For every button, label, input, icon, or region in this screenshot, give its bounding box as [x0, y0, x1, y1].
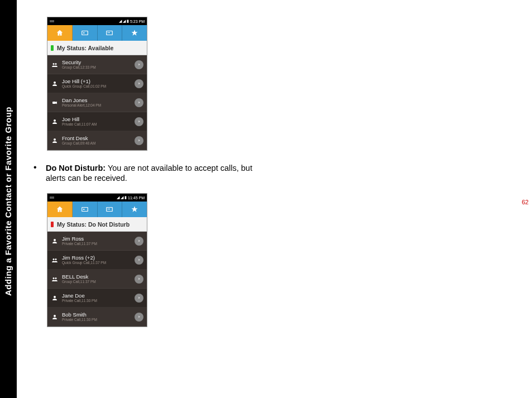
chevron-right-icon[interactable]: [135, 136, 143, 145]
row-text: SecurityGroup Call,12:33 PM: [62, 60, 135, 70]
contact-card-icon: [81, 205, 89, 213]
row-name: Jane Doe: [62, 293, 135, 299]
row-name: Joe Hill (+1): [62, 79, 135, 84]
home-icon: [56, 29, 64, 37]
row-subtitle: Private Call,11:37 PM: [62, 242, 135, 246]
tab-favorites[interactable]: [122, 25, 147, 41]
status-dot-dnd: [51, 222, 54, 227]
row-subtitle: Quick Group Call,01:02 PM: [62, 84, 135, 88]
tab-bar: [47, 202, 147, 217]
row-name: Bob Smith: [62, 312, 135, 318]
group-icon: [51, 276, 59, 282]
tab-favorites[interactable]: [122, 202, 147, 217]
row-subtitle: Private Call,11:07 AM: [62, 122, 135, 126]
list-item[interactable]: Joe HillPrivate Call,11:07 AM: [47, 112, 147, 131]
row-text: Front DeskGroup Call,09:48 AM: [62, 136, 135, 146]
row-text: Jim Ross (+2)Quick Group Call,11:37 PM: [62, 255, 135, 265]
chevron-right-icon[interactable]: [135, 79, 143, 88]
chevron-right-icon[interactable]: [135, 275, 143, 284]
row-text: Jim RossPrivate Call,11:37 PM: [62, 236, 135, 246]
list-item[interactable]: Dan JonesPersonal Alert,12:04 PM: [47, 93, 147, 112]
android-status-bar: ◢ ◢ ▮ 5:23 PM: [47, 17, 147, 25]
row-name: Joe Hill: [62, 117, 135, 122]
row-name: BELL Desk: [62, 274, 135, 280]
chevron-right-icon[interactable]: [135, 313, 143, 322]
svg-point-21: [54, 296, 56, 298]
list-item[interactable]: Bob SmithPrivate Call,11:30 PM: [47, 308, 147, 327]
svg-point-18: [55, 258, 57, 260]
tab-home[interactable]: [47, 202, 73, 217]
list-item[interactable]: Front DeskGroup Call,09:48 AM: [47, 131, 147, 150]
svg-point-19: [53, 277, 55, 279]
chevron-right-icon[interactable]: [135, 237, 143, 246]
chevron-right-icon[interactable]: [135, 294, 143, 303]
side-title: Adding a Favorite Contact or Favorite Gr…: [4, 106, 13, 295]
svg-point-15: [109, 209, 111, 210]
svg-point-6: [55, 63, 57, 65]
battery-icon: ▮: [127, 19, 129, 23]
svg-point-9: [54, 119, 56, 122]
list-item[interactable]: SecurityGroup Call,12:33 PM: [47, 55, 147, 74]
list-item[interactable]: BELL DeskGroup Call,11:37 PM: [47, 270, 147, 289]
row-text: Joe HillPrivate Call,11:07 AM: [62, 117, 135, 127]
tab-contacts[interactable]: [73, 202, 98, 217]
group-icon: [51, 61, 59, 68]
bullet-marker: •: [29, 163, 46, 183]
status-label: My Status: Do Not Disturb: [57, 221, 130, 228]
tab-contacts[interactable]: [73, 25, 98, 41]
list-item[interactable]: Joe Hill (+1)Quick Group Call,01:02 PM: [47, 74, 147, 93]
person-icon: [51, 295, 59, 301]
row-name: Security: [62, 60, 135, 65]
my-status-row[interactable]: My Status: Do Not Disturb: [47, 217, 147, 232]
my-status-row[interactable]: My Status: Available: [47, 41, 147, 55]
group-card-icon: [106, 205, 113, 213]
chevron-right-icon[interactable]: [135, 98, 143, 107]
tab-home[interactable]: [47, 25, 73, 41]
person-icon: [51, 80, 59, 87]
chevron-right-icon[interactable]: [135, 117, 143, 126]
tab-groups[interactable]: [98, 25, 123, 41]
row-subtitle: Personal Alert,12:04 PM: [62, 103, 135, 107]
contact-card-icon: [81, 29, 89, 37]
status-dot-available: [51, 45, 54, 51]
notification-icon: [50, 196, 54, 199]
signal-icon: ◢: [121, 195, 123, 200]
bullet-text: Do Not Disturb: You are not available to…: [46, 163, 269, 183]
row-text: Bob SmithPrivate Call,11:30 PM: [62, 312, 135, 322]
history-list: SecurityGroup Call,12:33 PMJoe Hill (+1)…: [47, 55, 147, 150]
list-item[interactable]: Jane DoePrivate Call,11:30 PM: [47, 289, 147, 308]
main-content: ◢ ◢ ▮ 5:23 PM My Status: Available Secur…: [23, 0, 303, 327]
row-text: Dan JonesPersonal Alert,12:04 PM: [62, 98, 135, 108]
row-subtitle: Private Call,11:30 PM: [62, 318, 135, 322]
group-icon: [51, 257, 59, 263]
chevron-right-icon[interactable]: [135, 60, 143, 69]
battery-icon: ▮: [124, 195, 127, 200]
history-list: Jim RossPrivate Call,11:37 PMJim Ross (+…: [47, 232, 147, 327]
person-icon: [51, 314, 59, 320]
tab-groups[interactable]: [98, 202, 123, 217]
phone-screenshot-dnd: ◢ ◢ ▮ 11:45 PM My Status: Do Not Disturb…: [47, 193, 147, 327]
svg-point-16: [54, 239, 56, 241]
page-number: 62: [522, 199, 529, 205]
notification-icon: [50, 20, 54, 22]
list-item[interactable]: Jim Ross (+2)Quick Group Call,11:37 PM: [47, 251, 147, 270]
status-label: My Status: Available: [57, 45, 113, 51]
chevron-right-icon[interactable]: [135, 256, 143, 265]
row-text: Jane DoePrivate Call,11:30 PM: [62, 293, 135, 303]
wifi-icon: ◢: [119, 19, 122, 23]
home-icon: [56, 205, 64, 213]
svg-point-5: [53, 63, 55, 65]
svg-point-10: [54, 138, 56, 141]
svg-point-4: [109, 32, 111, 33]
row-name: Jim Ross (+2): [62, 255, 135, 261]
star-icon: [131, 29, 138, 37]
person-icon: [51, 137, 59, 144]
svg-point-12: [83, 209, 84, 210]
person-icon: [51, 118, 59, 125]
clock-text: 5:23 PM: [130, 20, 145, 23]
side-strip: Adding a Favorite Contact or Favorite Gr…: [0, 0, 17, 398]
signal-icon: ◢: [123, 19, 126, 23]
list-item[interactable]: Jim RossPrivate Call,11:37 PM: [47, 232, 147, 251]
tab-bar: [47, 25, 147, 41]
star-icon: [131, 205, 138, 213]
